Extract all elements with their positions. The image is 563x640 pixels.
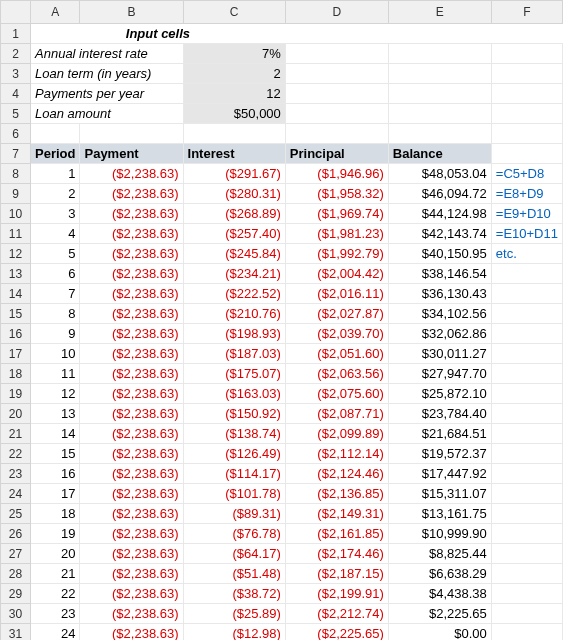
principal-cell[interactable]: ($2,004.42) <box>285 264 388 284</box>
payment-cell[interactable]: ($2,238.63) <box>80 624 183 641</box>
row-header[interactable]: 13 <box>1 264 31 284</box>
balance-cell[interactable]: $6,638.29 <box>388 564 491 584</box>
payment-cell[interactable]: ($2,238.63) <box>80 524 183 544</box>
payment-cell[interactable]: ($2,238.63) <box>80 504 183 524</box>
payment-cell[interactable]: ($2,238.63) <box>80 164 183 184</box>
row-header[interactable]: 31 <box>1 624 31 641</box>
period-cell[interactable]: 3 <box>31 204 80 224</box>
balance-cell[interactable]: $0.00 <box>388 624 491 641</box>
row-header[interactable]: 20 <box>1 404 31 424</box>
payment-cell[interactable]: ($2,238.63) <box>80 424 183 444</box>
row-header[interactable]: 21 <box>1 424 31 444</box>
principal-cell[interactable]: ($2,161.85) <box>285 524 388 544</box>
interest-cell[interactable]: ($89.31) <box>183 504 285 524</box>
balance-cell[interactable]: $42,143.74 <box>388 224 491 244</box>
balance-cell[interactable]: $23,784.40 <box>388 404 491 424</box>
balance-cell[interactable]: $48,053.04 <box>388 164 491 184</box>
interest-cell[interactable]: ($126.49) <box>183 444 285 464</box>
period-cell[interactable]: 23 <box>31 604 80 624</box>
payment-cell[interactable]: ($2,238.63) <box>80 344 183 364</box>
interest-cell[interactable]: ($280.31) <box>183 184 285 204</box>
cell[interactable] <box>80 124 183 144</box>
period-cell[interactable]: 2 <box>31 184 80 204</box>
balance-cell[interactable]: $10,999.90 <box>388 524 491 544</box>
interest-cell[interactable]: ($114.17) <box>183 464 285 484</box>
interest-cell[interactable]: ($64.17) <box>183 544 285 564</box>
column-header[interactable]: B <box>80 1 183 24</box>
interest-cell[interactable]: ($175.07) <box>183 364 285 384</box>
col-principal[interactable]: Principal <box>285 144 388 164</box>
input-cells-title[interactable]: Input cells <box>31 24 286 44</box>
principal-cell[interactable]: ($2,124.46) <box>285 464 388 484</box>
input-value[interactable]: 7% <box>183 44 285 64</box>
period-cell[interactable]: 21 <box>31 564 80 584</box>
cell[interactable] <box>491 44 562 64</box>
principal-cell[interactable]: ($2,199.91) <box>285 584 388 604</box>
interest-cell[interactable]: ($234.21) <box>183 264 285 284</box>
input-label[interactable]: Loan amount <box>31 104 184 124</box>
input-label[interactable]: Loan term (in years) <box>31 64 184 84</box>
row-header[interactable]: 5 <box>1 104 31 124</box>
payment-cell[interactable]: ($2,238.63) <box>80 324 183 344</box>
col-period[interactable]: Period <box>31 144 80 164</box>
cell[interactable] <box>388 24 491 44</box>
cell[interactable] <box>491 104 562 124</box>
cell[interactable] <box>183 124 285 144</box>
payment-cell[interactable]: ($2,238.63) <box>80 284 183 304</box>
interest-cell[interactable]: ($12.98) <box>183 624 285 641</box>
principal-cell[interactable]: ($2,187.15) <box>285 564 388 584</box>
input-label[interactable]: Payments per year <box>31 84 184 104</box>
period-cell[interactable]: 12 <box>31 384 80 404</box>
cell[interactable] <box>491 124 562 144</box>
principal-cell[interactable]: ($1,992.79) <box>285 244 388 264</box>
payment-cell[interactable]: ($2,238.63) <box>80 564 183 584</box>
cell[interactable] <box>285 124 388 144</box>
interest-cell[interactable]: ($25.89) <box>183 604 285 624</box>
cell[interactable] <box>285 84 388 104</box>
payment-cell[interactable]: ($2,238.63) <box>80 304 183 324</box>
principal-cell[interactable]: ($2,087.71) <box>285 404 388 424</box>
balance-cell[interactable]: $32,062.86 <box>388 324 491 344</box>
input-value[interactable]: $50,000 <box>183 104 285 124</box>
balance-cell[interactable]: $44,124.98 <box>388 204 491 224</box>
input-value[interactable]: 2 <box>183 64 285 84</box>
period-cell[interactable]: 6 <box>31 264 80 284</box>
column-header[interactable]: E <box>388 1 491 24</box>
interest-cell[interactable]: ($291.67) <box>183 164 285 184</box>
period-cell[interactable]: 14 <box>31 424 80 444</box>
payment-cell[interactable]: ($2,238.63) <box>80 204 183 224</box>
row-header[interactable]: 3 <box>1 64 31 84</box>
payment-cell[interactable]: ($2,238.63) <box>80 444 183 464</box>
cell[interactable] <box>491 84 562 104</box>
interest-cell[interactable]: ($138.74) <box>183 424 285 444</box>
row-header[interactable]: 16 <box>1 324 31 344</box>
row-header[interactable]: 30 <box>1 604 31 624</box>
row-header[interactable]: 14 <box>1 284 31 304</box>
balance-cell[interactable]: $2,225.65 <box>388 604 491 624</box>
row-header[interactable]: 23 <box>1 464 31 484</box>
column-header[interactable]: F <box>491 1 562 24</box>
period-cell[interactable]: 18 <box>31 504 80 524</box>
col-interest[interactable]: Interest <box>183 144 285 164</box>
row-header[interactable]: 2 <box>1 44 31 64</box>
interest-cell[interactable]: ($222.52) <box>183 284 285 304</box>
principal-cell[interactable]: ($2,174.46) <box>285 544 388 564</box>
interest-cell[interactable]: ($245.84) <box>183 244 285 264</box>
row-header[interactable]: 25 <box>1 504 31 524</box>
balance-cell[interactable]: $27,947.70 <box>388 364 491 384</box>
balance-cell[interactable]: $19,572.37 <box>388 444 491 464</box>
row-header[interactable]: 6 <box>1 124 31 144</box>
payment-cell[interactable]: ($2,238.63) <box>80 244 183 264</box>
interest-cell[interactable]: ($210.76) <box>183 304 285 324</box>
column-header[interactable]: D <box>285 1 388 24</box>
cell[interactable] <box>388 104 491 124</box>
interest-cell[interactable]: ($101.78) <box>183 484 285 504</box>
period-cell[interactable]: 10 <box>31 344 80 364</box>
payment-cell[interactable]: ($2,238.63) <box>80 484 183 504</box>
payment-cell[interactable]: ($2,238.63) <box>80 384 183 404</box>
payment-cell[interactable]: ($2,238.63) <box>80 224 183 244</box>
balance-cell[interactable]: $25,872.10 <box>388 384 491 404</box>
row-header[interactable]: 19 <box>1 384 31 404</box>
cell[interactable] <box>388 44 491 64</box>
principal-cell[interactable]: ($2,136.85) <box>285 484 388 504</box>
